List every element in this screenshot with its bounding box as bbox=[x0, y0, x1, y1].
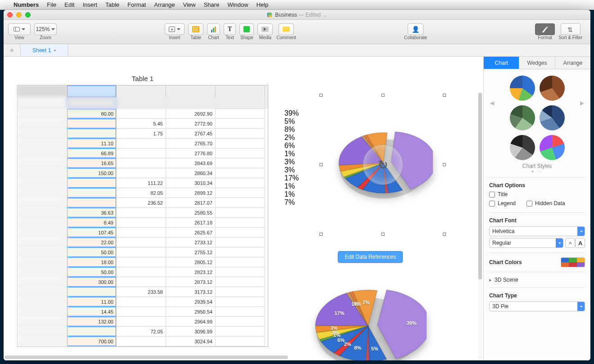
pie-chart-secondary[interactable]: Edit Data References 39%5%8%2%6%1%3%3%17… bbox=[296, 255, 445, 360]
collaborate-label: Collaborate bbox=[404, 35, 427, 40]
chart-button[interactable] bbox=[207, 23, 220, 35]
table-header-row[interactable] bbox=[18, 97, 268, 109]
table-row[interactable]: 14.452950.54 bbox=[18, 307, 268, 317]
table-row[interactable]: 66.892776.80 bbox=[18, 148, 268, 158]
table-row[interactable]: 111.223010.34 bbox=[18, 178, 268, 188]
resize-handle[interactable] bbox=[381, 94, 384, 97]
scrollbar-thumb[interactable] bbox=[478, 93, 482, 279]
minimize-window-icon[interactable] bbox=[16, 12, 22, 18]
comment-button[interactable] bbox=[279, 23, 294, 35]
table-row[interactable]: 50.002823.12 bbox=[18, 267, 268, 277]
font-family-select[interactable]: Helvetica bbox=[489, 226, 585, 236]
inspector-tab-arrange[interactable]: Arrange bbox=[555, 57, 590, 69]
table-row[interactable]: 36.632580.55 bbox=[18, 208, 268, 218]
menu-window[interactable]: Window bbox=[227, 1, 248, 8]
table-row[interactable]: 80.002692.90 bbox=[18, 109, 268, 119]
menu-file[interactable]: File bbox=[47, 1, 56, 8]
pie-chart-selected[interactable]: 39%5%8%2%6%1%3%3%17%1%1%7% bbox=[321, 95, 445, 234]
chart-colors-button[interactable] bbox=[561, 257, 585, 267]
resize-handle[interactable] bbox=[443, 163, 446, 166]
insert-button[interactable]: + bbox=[165, 23, 184, 35]
zoom-window-icon[interactable] bbox=[25, 12, 31, 18]
hidden-data-checkbox[interactable]: Hidden Data bbox=[526, 200, 565, 207]
styles-page-dots[interactable]: ● ○ bbox=[489, 169, 585, 174]
table-row[interactable]: 700.003024.94 bbox=[18, 337, 268, 346]
resize-handle[interactable] bbox=[320, 94, 323, 97]
shape-button[interactable] bbox=[239, 23, 254, 35]
zoom-select[interactable]: 125% bbox=[34, 23, 57, 35]
menu-arrange[interactable]: Arrange bbox=[154, 1, 175, 8]
inspector-tab-chart[interactable]: Chart bbox=[484, 57, 519, 69]
view-button[interactable] bbox=[8, 23, 31, 35]
canvas[interactable]: Table 1 80.002692.905.452772.901.752767.… bbox=[4, 57, 483, 360]
table-column-headers[interactable] bbox=[18, 85, 268, 97]
table-row[interactable]: 11.102765.70 bbox=[18, 139, 268, 148]
table-row[interactable]: 1.752767.45 bbox=[18, 129, 268, 139]
table-row[interactable]: 22.002733.12 bbox=[18, 238, 268, 247]
inspector-tab-wedges[interactable]: Wedges bbox=[519, 57, 555, 69]
shape-icon bbox=[243, 26, 250, 32]
table-row[interactable]: 50.002755.12 bbox=[18, 247, 268, 257]
title-checkbox[interactable]: Title bbox=[489, 191, 585, 198]
font-weight-select[interactable]: Regular bbox=[489, 238, 563, 248]
chart-style-swatch[interactable] bbox=[510, 105, 535, 130]
resize-handle[interactable] bbox=[443, 233, 446, 236]
table-row[interactable]: 16.652843.69 bbox=[18, 158, 268, 168]
styles-prev-icon[interactable]: ◀ bbox=[490, 100, 494, 106]
resize-handle[interactable] bbox=[443, 94, 446, 97]
sort-filter-label: Sort & Filter bbox=[558, 35, 582, 40]
menu-format[interactable]: Format bbox=[127, 1, 146, 8]
font-size-decrease[interactable]: A bbox=[565, 238, 575, 248]
menu-edit[interactable]: Edit bbox=[64, 1, 74, 8]
shape-label: Shape bbox=[240, 35, 253, 40]
titlebar[interactable]: Business — Edited ⌄ bbox=[4, 10, 590, 20]
chart-style-swatch[interactable] bbox=[540, 105, 565, 130]
resize-handle[interactable] bbox=[320, 233, 323, 236]
styles-next-icon[interactable]: ▶ bbox=[580, 100, 584, 106]
chart-style-swatch[interactable] bbox=[510, 76, 535, 101]
table-row[interactable]: 107.452625.67 bbox=[18, 228, 268, 238]
menu-insert[interactable]: Insert bbox=[83, 1, 98, 8]
table-row[interactable]: 5.452772.90 bbox=[18, 119, 268, 129]
table-row[interactable]: 18.002805.12 bbox=[18, 257, 268, 267]
format-button[interactable] bbox=[535, 23, 555, 35]
collaborate-button[interactable]: 👤 bbox=[408, 23, 423, 35]
edit-data-references-button[interactable]: Edit Data References bbox=[338, 251, 403, 263]
chart-style-swatch[interactable] bbox=[540, 76, 565, 101]
sort-filter-button[interactable] bbox=[561, 23, 580, 35]
app-menu[interactable]: Numbers bbox=[14, 1, 39, 8]
spreadsheet-table[interactable]: Table 1 80.002692.905.452772.901.752767.… bbox=[17, 75, 268, 347]
3d-scene-disclosure[interactable]: 3D Scene bbox=[489, 277, 585, 283]
text-button[interactable]: T bbox=[224, 23, 236, 35]
table-row[interactable]: 236.522817.07 bbox=[18, 198, 268, 208]
table-row[interactable]: 82.052899.12 bbox=[18, 188, 268, 198]
close-window-icon[interactable] bbox=[7, 12, 13, 18]
table-row[interactable]: 11.002939.54 bbox=[18, 297, 268, 307]
title-chevron-icon[interactable]: ⌄ bbox=[323, 13, 327, 18]
table-row[interactable]: 233.583173.12 bbox=[18, 287, 268, 297]
add-sheet-button[interactable]: + bbox=[4, 44, 21, 56]
legend-checkbox[interactable]: Legend bbox=[489, 200, 516, 207]
table-row[interactable]: 150.002860.34 bbox=[18, 168, 268, 178]
table-button[interactable] bbox=[188, 23, 203, 35]
menu-view[interactable]: View bbox=[183, 1, 196, 8]
table-row[interactable]: 132.002964.99 bbox=[18, 317, 268, 327]
chart-style-swatch[interactable] bbox=[510, 135, 535, 160]
media-button[interactable] bbox=[257, 23, 273, 35]
table-row[interactable]: 8.492617.18 bbox=[18, 218, 268, 228]
menu-table[interactable]: Table bbox=[105, 1, 119, 8]
scrollbar-vertical[interactable] bbox=[478, 93, 482, 360]
chart-style-swatch[interactable] bbox=[540, 135, 565, 160]
font-size-increase[interactable]: A bbox=[575, 238, 585, 248]
table-row[interactable]: 72.053096.99 bbox=[18, 327, 268, 337]
chart-styles-caption: Chart Styles bbox=[489, 163, 585, 169]
menu-help[interactable]: Help bbox=[256, 1, 269, 8]
sheet-tab[interactable]: Sheet 1 bbox=[21, 44, 68, 56]
chart-type-select[interactable]: 3D Pie bbox=[489, 301, 585, 311]
resize-handle[interactable] bbox=[381, 233, 384, 236]
scrollbar-thumb[interactable] bbox=[4, 355, 288, 359]
table-row[interactable]: 300.002873.12 bbox=[18, 277, 268, 287]
document-icon bbox=[267, 13, 272, 17]
menu-share[interactable]: Share bbox=[204, 1, 220, 8]
scrollbar-horizontal[interactable] bbox=[4, 355, 477, 360]
